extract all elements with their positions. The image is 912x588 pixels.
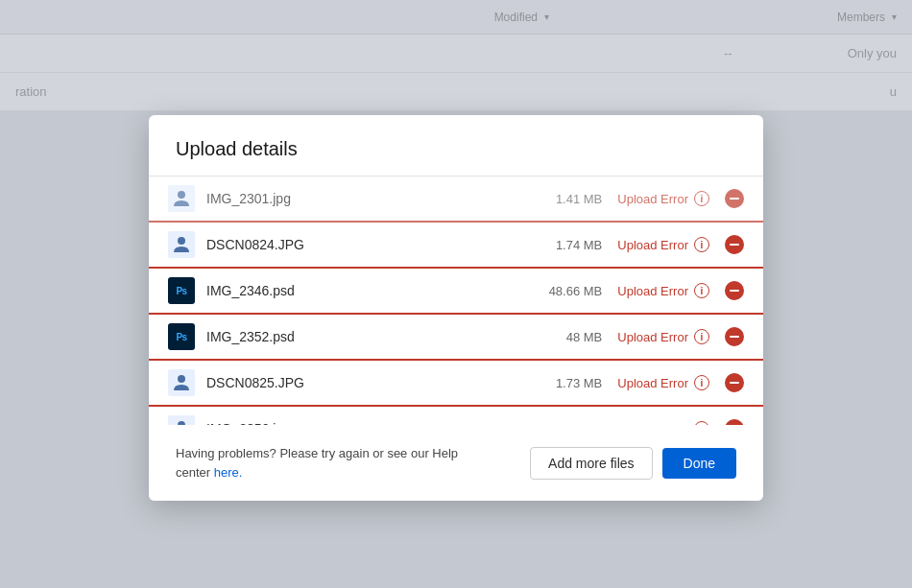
file-row: DSCN0824.JPG1.74 MBUpload Error i: [149, 223, 763, 269]
file-name: IMG_2352.psd: [206, 329, 535, 344]
upload-error-label: Upload Error i: [617, 191, 709, 206]
remove-file-button[interactable]: [725, 419, 744, 425]
image-file-icon: [168, 185, 195, 212]
psd-file-icon: Ps: [168, 277, 195, 304]
error-info-icon[interactable]: i: [694, 237, 709, 252]
error-text: Upload Error: [617, 238, 688, 252]
done-button[interactable]: Done: [662, 448, 736, 479]
upload-error-label: Upload Error i: [617, 375, 709, 390]
file-size: 48 MB: [535, 330, 602, 344]
help-center-link[interactable]: here.: [214, 465, 243, 480]
footer-actions: Add more files Done: [530, 447, 736, 480]
file-row: PsIMG_2346.psd48.66 MBUpload Error i: [149, 269, 763, 315]
error-info-icon[interactable]: i: [694, 375, 709, 390]
jpg-file-icon: [168, 231, 195, 258]
error-text: Upload Error: [617, 376, 688, 390]
file-row: IMG_2356.jpg4.26 MBUpload Error i: [149, 407, 763, 425]
file-name: DSCN0824.JPG: [206, 237, 535, 252]
add-more-files-button[interactable]: Add more files: [530, 447, 652, 480]
file-size: 1.73 MB: [535, 376, 602, 390]
modal-footer: Having problems? Please try again or see…: [149, 425, 763, 501]
file-size: 48.66 MB: [535, 284, 602, 298]
error-info-icon[interactable]: i: [694, 283, 709, 298]
jpg-file-icon: [168, 185, 195, 212]
error-text: Upload Error: [617, 192, 688, 206]
remove-file-button[interactable]: [725, 327, 744, 346]
upload-error-label: Upload Error i: [617, 329, 709, 344]
photoshop-icon: Ps: [168, 277, 195, 304]
file-list[interactable]: IMG_2301.jpg1.41 MBUpload Error i DSCN08…: [149, 176, 763, 425]
file-size: 4.26 MB: [535, 422, 602, 426]
remove-file-button[interactable]: [725, 189, 744, 208]
svg-point-1: [178, 191, 185, 199]
footer-help: Having problems? Please try again or see…: [176, 444, 483, 482]
psd-file-icon: Ps: [168, 323, 195, 350]
file-row: DSCN0825.JPG1.73 MBUpload Error i: [149, 361, 763, 407]
error-info-icon[interactable]: i: [694, 329, 709, 344]
file-name: IMG_2346.psd: [206, 283, 535, 298]
jpg-file-icon: [168, 369, 195, 396]
remove-file-button[interactable]: [725, 235, 744, 254]
remove-file-button[interactable]: [725, 373, 744, 392]
file-name: IMG_2301.jpg: [206, 191, 535, 206]
error-text: Upload Error: [617, 330, 688, 344]
file-name: DSCN0825.JPG: [206, 375, 535, 390]
upload-error-label: Upload Error i: [617, 283, 709, 298]
svg-point-5: [178, 375, 185, 383]
file-size: 1.41 MB: [535, 192, 602, 206]
jpg-file-icon: [168, 415, 195, 425]
file-size: 1.74 MB: [535, 238, 602, 252]
upload-error-label: Upload Error i: [617, 237, 709, 252]
error-text: Upload Error: [617, 284, 688, 298]
upload-details-modal: Upload details IMG_2301.jpg1.41 MBUpload…: [149, 115, 763, 501]
photoshop-icon: Ps: [168, 323, 195, 350]
error-text: Upload Error: [617, 422, 688, 426]
modal-header: Upload details: [149, 115, 763, 176]
svg-point-3: [178, 237, 185, 245]
file-name: IMG_2356.jpg: [206, 421, 535, 425]
modal-title: Upload details: [176, 138, 736, 160]
image-file-icon: [168, 415, 195, 425]
image-file-icon: [168, 369, 195, 396]
error-info-icon[interactable]: i: [694, 421, 709, 425]
upload-error-label: Upload Error i: [617, 421, 709, 425]
image-file-icon: [168, 231, 195, 258]
file-row: PsIMG_2352.psd48 MBUpload Error i: [149, 315, 763, 361]
remove-file-button[interactable]: [725, 281, 744, 300]
error-info-icon[interactable]: i: [694, 191, 709, 206]
file-row: IMG_2301.jpg1.41 MBUpload Error i: [149, 176, 763, 223]
